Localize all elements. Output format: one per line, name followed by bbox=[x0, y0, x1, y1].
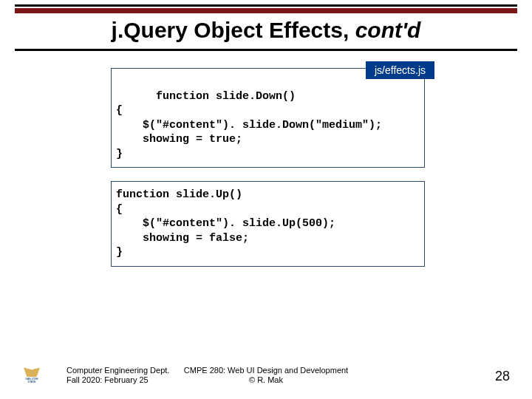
footer-center: CMPE 280: Web UI Design and Development … bbox=[184, 366, 348, 386]
content-area: js/effects.jsfunction slide.Down() { $("… bbox=[0, 59, 532, 369]
footer-center-line1: CMPE 280: Web UI Design and Development bbox=[184, 366, 348, 376]
footer-dept-line2: Fall 2020: February 25 bbox=[66, 375, 169, 386]
footer-dept-line1: Computer Engineering Dept. bbox=[66, 366, 169, 376]
decor-stripe-top bbox=[15, 4, 517, 7]
title-main: j.Query Object Effects, bbox=[112, 18, 355, 42]
title-underline bbox=[15, 49, 517, 51]
title-bar: j.Query Object Effects, cont'd bbox=[0, 0, 532, 51]
code-wrap: js/effects.jsfunction slide.Down() { $("… bbox=[111, 68, 425, 267]
code-block-2: function slide.Up() { $("#content"). sli… bbox=[111, 181, 425, 267]
footer: SAN JOSE STATE Computer Engineering Dept… bbox=[0, 361, 532, 390]
slide-title: j.Query Object Effects, cont'd bbox=[0, 16, 532, 49]
footer-dept: Computer Engineering Dept. Fall 2020: Fe… bbox=[66, 366, 169, 386]
page-number: 28 bbox=[495, 369, 510, 384]
logo-text: SAN JOSE STATE bbox=[22, 378, 41, 383]
title-contd: cont'd bbox=[355, 18, 421, 42]
code-text-2: function slide.Up() { $("#content"). sli… bbox=[116, 188, 335, 259]
university-logo: SAN JOSE STATE bbox=[22, 366, 41, 389]
code-text-1: function slide.Down() { $("#content"). s… bbox=[116, 90, 382, 160]
file-tag: js/effects.js bbox=[366, 61, 434, 79]
code-block-1: js/effects.jsfunction slide.Down() { $("… bbox=[111, 68, 425, 168]
decor-stripe-mid bbox=[15, 8, 517, 13]
logo-icon bbox=[24, 366, 40, 377]
footer-center-line2: © R. Mak bbox=[184, 375, 348, 386]
